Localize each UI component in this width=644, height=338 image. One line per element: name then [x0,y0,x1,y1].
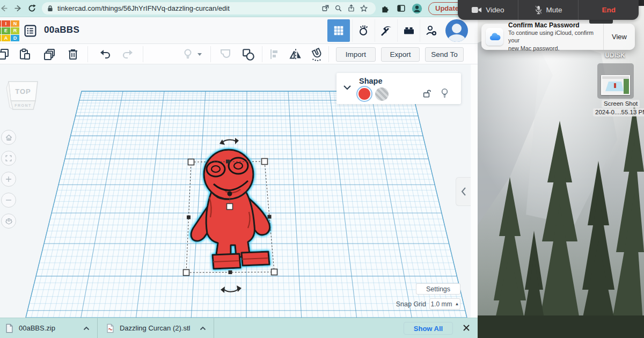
unlock-icon[interactable] [422,89,431,98]
screenshot-file-icon[interactable] [597,63,634,99]
bulb-dropdown-caret[interactable] [196,48,204,61]
design-title[interactable]: 00aBBS [44,25,79,35]
right-panel-strip [471,64,478,318]
download-item-zip[interactable]: 00aBBS.zip [0,318,97,338]
notification-title: Confirm Mac Password [508,21,603,29]
account-avatar[interactable] [445,19,468,42]
collaborate-button[interactable] [420,19,442,42]
shape-inspector-panel: Shape [336,73,461,104]
back-icon[interactable] [0,2,11,16]
video-button[interactable]: Video [458,0,518,20]
home-view-button[interactable] [1,130,16,145]
download-item-stl[interactable]: Dazzling Curcan (2).stl [98,318,214,338]
stl-file-icon [106,324,114,333]
view-cube[interactable]: TOP FRONT [3,74,43,115]
end-call-button[interactable]: End [579,0,639,20]
zoom-out-button[interactable] [1,193,16,208]
import-button[interactable]: Import [336,47,376,62]
downloads-bar: 00aBBS.zip Dazzling Curcan (2).stl Show … [0,318,478,338]
video-label: Video [486,6,504,14]
height-handle[interactable] [228,192,232,196]
svg-text:TOP: TOP [15,87,31,95]
download-menu-chevron[interactable] [83,326,90,330]
magnet-icon[interactable] [310,48,323,61]
hole-shape-icon[interactable] [219,48,232,61]
show-all-downloads-button[interactable]: Show All [404,322,453,335]
extensions-puzzle-icon[interactable] [378,2,392,16]
duplicate-icon[interactable] [43,48,56,61]
notification-text: Confirm Mac Password To continue using i… [508,21,603,52]
update-label: Update [435,4,459,12]
show-all-bulb-icon[interactable] [181,48,194,61]
icloud-icon [486,28,503,46]
udisk-label: UDISK [599,52,631,59]
sidebar-toggle-icon[interactable] [394,2,408,16]
icloud-notification[interactable]: Confirm Mac Password To continue using i… [481,24,635,50]
design-menu-icon[interactable] [24,24,37,38]
export-button[interactable]: Export [381,47,420,62]
edit-toolbar: Import Export Send To [0,44,478,64]
lock-icon [47,5,53,12]
download-menu-chevron[interactable] [200,326,206,330]
sim-lab-button[interactable] [352,19,375,42]
bookmark-star-icon[interactable] [357,2,370,15]
snap-grid-label: Snap Grid [382,300,426,308]
forward-icon[interactable] [11,2,25,16]
url-text: tinkercad.com/things/56JhYrIFNVq-dazzlin… [57,4,319,12]
sim-lab-icon [357,24,370,37]
svg-text:FRONT: FRONT [14,104,32,107]
reload-icon[interactable] [25,2,39,16]
zoom-in-button[interactable] [1,172,16,187]
zip-file-icon [5,324,13,333]
collapse-panel-icon[interactable] [343,85,352,90]
mute-button[interactable]: Mute [518,0,579,20]
selected-shape[interactable] [177,131,292,298]
perspective-toggle-button[interactable] [1,214,16,229]
call-control-bar: Video Mute End [458,0,639,20]
collapse-sidebar-tab[interactable] [456,177,471,206]
close-downloads-icon[interactable] [463,324,470,332]
download-filename: Dazzling Curcan (2).stl [120,324,191,332]
screenshot-label-line2: 2024-0....55.13 PM [593,108,644,116]
lego-brick-icon [402,24,415,37]
3d-design-mode-button[interactable] [327,19,350,42]
mic-muted-icon [535,5,543,14]
open-in-new-icon[interactable] [319,2,332,15]
hole-swatch[interactable] [375,87,389,101]
redo-icon[interactable] [121,48,134,61]
snap-grid-select[interactable]: 1.0 mm ▲ [429,298,460,310]
notification-body-line2: new Mac password. [508,45,559,52]
browser-toolbar: tinkercad.com/things/56JhYrIFNVq-dazzlin… [0,0,478,17]
fit-view-button[interactable] [1,151,16,166]
solid-color-swatch[interactable] [357,87,371,101]
minecraft-export-button[interactable] [375,19,397,42]
align-icon[interactable] [268,48,281,61]
share-icon[interactable] [345,2,357,15]
end-label: End [602,6,616,14]
notification-view-button[interactable]: View [604,33,635,41]
3d-viewport[interactable]: TOP FRONT Shape [0,64,478,318]
copy-icon[interactable] [0,48,10,61]
visibility-bulb-icon[interactable] [441,88,449,98]
brick-export-button[interactable] [397,19,420,42]
mirror-icon[interactable] [289,48,302,61]
send-to-button[interactable]: Send To [425,47,464,62]
paste-icon[interactable] [18,48,31,61]
profile-avatar-icon[interactable] [410,2,424,16]
zoom-icon[interactable] [332,2,345,15]
undo-icon[interactable] [99,48,112,61]
rotate-handle-bottom[interactable] [221,285,241,293]
camera-icon [471,6,482,14]
delete-icon[interactable] [67,48,79,61]
person-add-icon [425,24,438,37]
screenshot-label-line1: Screen Shot [602,100,640,108]
notification-body-line1: To continue using iCloud, confirm your [508,30,594,43]
tinkercad-logo[interactable]: IN ER AD [0,20,19,41]
settings-button[interactable]: Settings [416,283,460,295]
download-filename: 00aBBS.zip [19,324,55,332]
shape-panel-title: Shape [359,77,383,85]
rotate-handle-top[interactable] [219,138,239,145]
group-icon[interactable] [241,48,254,61]
address-bar[interactable]: tinkercad.com/things/56JhYrIFNVq-dazzlin… [42,2,376,14]
header-mode-buttons [327,19,468,42]
